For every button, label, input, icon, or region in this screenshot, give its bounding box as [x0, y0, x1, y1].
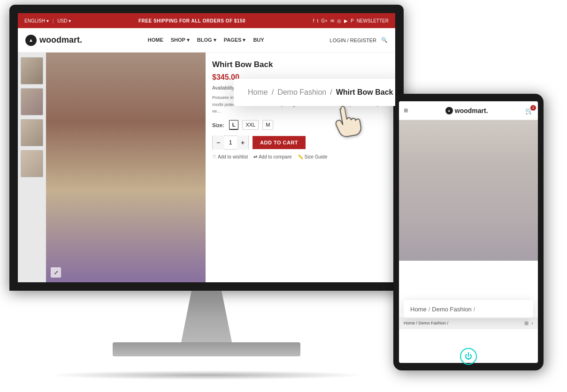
tablet-breadcrumb-bar-text: Home / Demo Fashion / [404, 321, 448, 325]
breadcrumb-demo-fashion[interactable]: Demo Fashion [277, 88, 326, 97]
action-links: ♡ Add to wishlist ⇄ Add to compare 📏 Siz… [212, 154, 389, 159]
expand-icon[interactable]: ⤢ [51, 267, 61, 278]
tablet-bc-home[interactable]: Home [410, 306, 427, 313]
breadcrumb-popup: Home / Demo Fashion / Whirt Bow Back [234, 79, 395, 106]
qty-increase-button[interactable]: + [237, 136, 248, 150]
breadcrumb-sep-1: / [272, 88, 274, 97]
monitor-stand-base [113, 342, 300, 356]
monitor-wrapper: ENGLISH ▾ | USD ▾ FREE SHIPPING FOR ALL … [9, 5, 418, 375]
site-nav: ▲ woodmart. HOME SHOP ▾ BLOG ▾ PAGES ▾ B… [18, 28, 395, 53]
tablet-bar-icons: ⊞ › [524, 320, 533, 326]
newsletter-link[interactable]: NEWSLETTER [357, 18, 389, 23]
add-to-cart-button[interactable]: ADD TO CART [253, 136, 306, 149]
monitor-shadow [47, 370, 366, 380]
tablet-breadcrumb-popup: Home / Demo Fashion / [404, 300, 533, 318]
login-register-link[interactable]: LOGIN / REGISTER [329, 38, 376, 43]
tablet-product-image [399, 120, 538, 261]
quantity-control: − 1 + [212, 136, 249, 150]
topbar-right: f t G+ ✉ ◎ ▶ P NEWSLETTER [313, 18, 389, 23]
tablet-bc-sep1: / [429, 306, 430, 313]
instagram-icon[interactable]: ◎ [337, 18, 341, 23]
tablet-logo-triangle: ▲ [447, 109, 451, 112]
logo-triangle-icon: ▲ [29, 38, 33, 43]
thumbnail-1[interactable] [21, 57, 43, 84]
product-main-image: ⤢ [46, 53, 206, 282]
monitor-screen: ENGLISH ▾ | USD ▾ FREE SHIPPING FOR ALL … [18, 13, 395, 282]
size-label: Size: [212, 122, 224, 128]
breadcrumb-home[interactable]: Home [248, 88, 268, 97]
breadcrumb-current-page: Whirt Bow Back [336, 88, 393, 97]
tablet-logo-text: woodmart. [455, 107, 488, 114]
tablet-bc-sep2: / [474, 306, 475, 313]
tablet-person-figure [399, 120, 538, 261]
facebook-icon[interactable]: f [313, 18, 314, 23]
size-option-l[interactable]: L [229, 120, 239, 130]
tablet-power-button[interactable]: ⏻ [460, 348, 477, 365]
email-icon[interactable]: ✉ [330, 18, 334, 23]
nav-blog[interactable]: BLOG ▾ [197, 37, 216, 43]
tablet-arrow-icon[interactable]: › [531, 320, 533, 326]
site-logo[interactable]: ▲ woodmart. [25, 35, 82, 46]
tablet-bc-demo[interactable]: Demo Fashion [432, 306, 472, 313]
add-to-compare-link[interactable]: ⇄ Add to compare [253, 154, 292, 159]
currency-selector[interactable]: USD ▾ [57, 18, 71, 23]
site-topbar: ENGLISH ▾ | USD ▾ FREE SHIPPING FOR ALL … [18, 13, 395, 28]
size-selector-row: Size: L XXL M [212, 120, 389, 130]
logo-icon: ▲ [25, 35, 37, 46]
tablet-logo-icon: ▲ [445, 107, 453, 114]
language-selector[interactable]: ENGLISH ▾ [24, 18, 49, 23]
tablet-wrapper: ≡ ▲ woodmart. 🛒 2 Home [393, 94, 562, 389]
search-icon[interactable]: 🔍 [381, 37, 388, 43]
breadcrumb-sep-2: / [330, 88, 332, 97]
size-options: L XXL M [229, 120, 274, 130]
tablet-nav: ≡ ▲ woodmart. 🛒 2 [399, 101, 538, 120]
tablet-cart-badge: 2 [530, 105, 536, 111]
tablet-menu-icon[interactable]: ≡ [404, 106, 408, 115]
product-thumbnails [18, 53, 46, 282]
pinterest-icon[interactable]: P [351, 18, 354, 23]
thumbnail-2[interactable] [21, 88, 43, 115]
tablet-breadcrumb-bar: Home / Demo Fashion / ⊞ › [399, 317, 538, 329]
tablet-logo[interactable]: ▲ woodmart. [445, 107, 488, 114]
product-person-image [46, 53, 206, 282]
thumbnail-3[interactable] [21, 119, 43, 146]
tablet-screen: ≡ ▲ woodmart. 🛒 2 Home [399, 101, 538, 363]
youtube-icon[interactable]: ▶ [344, 18, 348, 23]
nav-shop[interactable]: SHOP ▾ [171, 37, 190, 43]
size-option-xxl[interactable]: XXL [242, 120, 259, 130]
topbar-shipping-text: FREE SHIPPING FOR ALL ORDERS OF $150 [138, 18, 245, 23]
nav-menu: HOME SHOP ▾ BLOG ▾ PAGES ▾ BUY [148, 37, 264, 43]
tablet-grid-icon[interactable]: ⊞ [524, 320, 529, 326]
nav-home[interactable]: HOME [148, 37, 163, 43]
quantity-value: 1 [224, 139, 237, 146]
googleplus-icon[interactable]: G+ [321, 18, 328, 23]
topbar-left: ENGLISH ▾ | USD ▾ [24, 18, 71, 23]
monitor-frame: ENGLISH ▾ | USD ▾ FREE SHIPPING FOR ALL … [9, 5, 404, 291]
logo-text: woodmart. [39, 35, 82, 45]
tablet-cart-icon[interactable]: 🛒 2 [525, 107, 533, 114]
tablet-frame: ≡ ▲ woodmart. 🛒 2 Home [393, 94, 544, 370]
monitor-stand-neck [169, 291, 244, 347]
qty-decrease-button[interactable]: − [213, 136, 224, 150]
add-to-wishlist-link[interactable]: ♡ Add to wishlist [212, 154, 248, 159]
nav-right: LOGIN / REGISTER 🔍 [329, 37, 388, 43]
twitter-icon[interactable]: t [317, 18, 319, 23]
nav-pages[interactable]: PAGES ▾ [224, 37, 246, 43]
size-guide-link[interactable]: 📏 Size Guide [298, 154, 328, 159]
product-title: Whirt Bow Back [212, 60, 389, 69]
size-option-m[interactable]: M [262, 120, 273, 130]
nav-buy[interactable]: BUY [253, 37, 264, 43]
thumbnail-4[interactable] [21, 150, 43, 177]
